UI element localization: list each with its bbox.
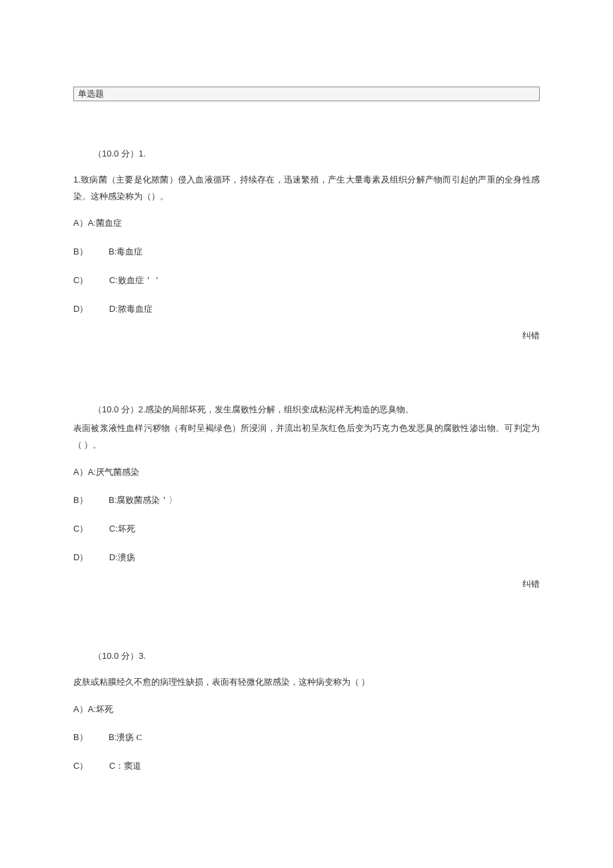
option-text: 溃疡: [118, 552, 135, 562]
option-key: C）: [73, 274, 88, 288]
option-c[interactable]: C） C：窦道: [73, 759, 540, 773]
option-a[interactable]: A）A:菌血症: [73, 217, 540, 230]
option-a[interactable]: A）A:坏死: [73, 703, 540, 717]
section-title: 单选题: [78, 89, 104, 99]
stem-text: 皮肤或粘膜经久不愈的病理性缺损，表面有轻微化脓感染，这种病变称为（ ）: [73, 677, 370, 687]
correction-link[interactable]: 纠错: [73, 578, 540, 590]
option-text: 窦道: [124, 761, 141, 771]
question-2: （10.0 分）2.感染的局部坏死，发生腐败性分解，组织变成粘泥样无构造的恶臭物…: [73, 402, 540, 590]
option-text: 腐败菌感染＇〉: [117, 495, 177, 505]
option-text: 败血症＇＇: [118, 275, 161, 285]
option-b[interactable]: B） B:毒血症: [73, 245, 540, 259]
option-b[interactable]: B） B:腐败菌感染＇〉: [73, 494, 540, 508]
option-key: C）: [73, 522, 88, 536]
option-text: 毒血症: [117, 246, 143, 256]
option-text: 溃疡 C: [117, 732, 142, 742]
correction-link[interactable]: 纠错: [73, 330, 540, 342]
question-number: 3.: [139, 651, 146, 661]
option-key: B）: [73, 245, 88, 259]
points-unit: 分）: [119, 404, 138, 414]
option-key2: C：: [109, 759, 124, 773]
option-key: A）A:: [73, 466, 96, 480]
question-3: （10.0 分）3. 皮肤或粘膜经久不愈的病理性缺损，表面有轻微化脓感染，这种病…: [73, 650, 540, 773]
option-d[interactable]: D） D:溃疡: [73, 551, 540, 565]
option-key2: B:: [109, 245, 117, 259]
option-key: D）: [73, 302, 88, 316]
points-value: 10.0: [102, 149, 119, 159]
option-text: 脓毒血症: [118, 304, 153, 314]
option-text: 菌血症: [96, 218, 122, 228]
option-text: 坏死: [96, 704, 113, 714]
points-value: 10.0: [102, 651, 119, 661]
question-number: 2.: [139, 404, 146, 414]
question-number: 1.: [139, 149, 146, 159]
correction-text: 纠错: [522, 330, 540, 340]
points-and-stem: （10.0 分）2.感染的局部坏死，发生腐败性分解，组织变成粘泥样无构造的恶臭物…: [93, 402, 540, 418]
option-key2: D:: [109, 302, 118, 316]
option-key: B）: [73, 494, 88, 508]
option-key2: B:: [109, 494, 117, 508]
points-prefix: （: [93, 404, 102, 414]
question-1: （10.0 分）1. 1.致病菌（主要是化脓菌）侵入血液循环，持续存在，迅速繁殖…: [73, 148, 540, 342]
option-key2: B:: [109, 731, 117, 745]
option-key: B）: [73, 731, 88, 745]
option-text: 厌气菌感染: [96, 467, 139, 477]
points-line: （10.0 分）3.: [93, 650, 540, 662]
points-prefix: （: [93, 149, 102, 159]
option-key2: D:: [109, 551, 118, 565]
option-text: 坏死: [118, 524, 135, 534]
exam-page: 单选题 （10.0 分）1. 1.致病菌（主要是化脓菌）侵入血液循环，持续存在，…: [0, 0, 613, 813]
option-key: C）: [73, 759, 88, 773]
points-unit: 分）: [119, 651, 139, 661]
stem-text-2: 表面被浆液性血样污秽物（有时呈褐绿色）所浸润，并流出初呈灰红色后变为巧克力色发恶…: [73, 423, 540, 450]
option-b[interactable]: B） B:溃疡 C: [73, 731, 540, 745]
option-key: A）A:: [73, 217, 96, 230]
points-line: （10.0 分）1.: [93, 148, 540, 160]
points-unit: 分）: [119, 149, 139, 159]
points-value: 10.0: [102, 404, 119, 414]
option-c[interactable]: C） C:败血症＇＇: [73, 274, 540, 288]
option-c[interactable]: C） C:坏死: [73, 522, 540, 536]
option-key: A）A:: [73, 703, 96, 717]
points-prefix: （: [93, 651, 102, 661]
option-key: D）: [73, 551, 88, 565]
question-stem: 1.致病菌（主要是化脓菌）侵入血液循环，持续存在，迅速繁殖，产生大量毒素及组织分…: [73, 172, 540, 205]
option-key2: C:: [109, 274, 118, 288]
question-stem: 皮肤或粘膜经久不愈的病理性缺损，表面有轻微化脓感染，这种病变称为（ ）: [73, 674, 540, 691]
option-d[interactable]: D） D:脓毒血症: [73, 302, 540, 316]
stem-prefix: 1.: [73, 175, 81, 185]
correction-text: 纠错: [522, 579, 540, 589]
option-key2: C:: [109, 522, 118, 536]
option-a[interactable]: A）A:厌气菌感染: [73, 466, 540, 480]
section-header-box: 单选题: [73, 87, 540, 101]
stem-text: 致病菌（主要是化脓菌）侵入血液循环，持续存在，迅速繁殖，产生大量毒素及组织分解产…: [73, 175, 540, 201]
stem-continue: 表面被浆液性血样污秽物（有时呈褐绿色）所浸润，并流出初呈灰红色后变为巧克力色发恶…: [73, 420, 540, 453]
stem-text-1: 感染的局部坏死，发生腐败性分解，组织变成粘泥样无构造的恶臭物。: [145, 404, 414, 414]
